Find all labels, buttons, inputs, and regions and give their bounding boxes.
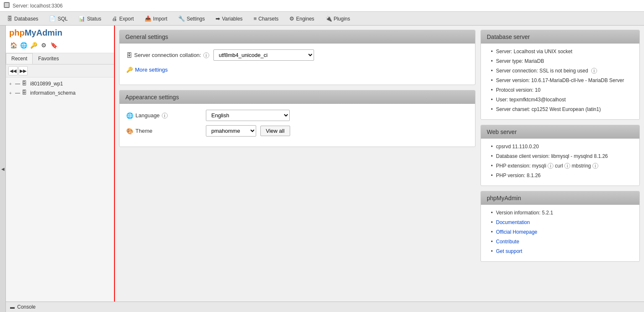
language-icon: 🌐 (126, 112, 133, 119)
general-settings-panel: General settings 🗄 Server connection col… (119, 30, 475, 85)
appearance-settings-panel: Appearance settings 🌐 Language i English (119, 90, 475, 147)
console-bar[interactable]: ▬ Console (6, 302, 644, 312)
server-icon (3, 2, 10, 10)
tab-databases[interactable]: 🗄 Databases (2, 12, 44, 25)
db-name: i8010899_wp1 (30, 81, 63, 87)
charsets-icon: ≡ (254, 15, 257, 22)
content-left: General settings 🗄 Server connection col… (119, 30, 475, 308)
tab-plugins[interactable]: 🔌 Plugins (320, 12, 356, 25)
get-support-link[interactable]: Get support (496, 248, 522, 254)
tab-settings[interactable]: 🔧 Settings (173, 12, 210, 25)
list-item: Server type: MariaDB (491, 57, 629, 65)
database-icon: 🗄 (22, 90, 29, 96)
web-server-body: cpsrvd 11.110.0.20 Database client versi… (481, 139, 639, 186)
sidebar-header: phpMyAdmin 🏠 🌐 🔑 ⚙ 🔖 (6, 26, 114, 53)
tab-sql[interactable]: 📄 SQL (44, 12, 73, 25)
sidebar-tab-favorites[interactable]: Favorites (33, 53, 64, 64)
list-item: Server connection: SSL is not being used… (491, 67, 629, 75)
documentation-link[interactable]: Documentation (496, 219, 530, 225)
globe-icon[interactable]: 🌐 (19, 41, 28, 49)
bookmark-icon[interactable]: 🔖 (49, 41, 58, 49)
collation-select[interactable]: utf8mb4_unicode_ci (213, 49, 314, 61)
mysqli-info-icon[interactable]: i (548, 163, 553, 169)
home-icon[interactable]: 🏠 (9, 41, 18, 49)
list-item: Protocol version: 10 (491, 86, 629, 94)
language-label: 🌐 Language i (126, 112, 202, 119)
logo-myadmin: MyAdmin (25, 28, 62, 37)
collation-info-icon[interactable]: i (203, 52, 209, 58)
phpmyadmin-info-list: Version information: 5.2.1 Documentation… (486, 209, 634, 255)
ssl-info-icon[interactable]: i (591, 68, 597, 74)
list-item[interactable]: + — 🗄 i8010899_wp1 (6, 79, 114, 88)
language-info-icon[interactable]: i (162, 113, 168, 119)
more-settings-row: 🔑 More settings (126, 65, 468, 75)
databases-icon: 🗄 (7, 15, 13, 22)
svg-rect-3 (5, 6, 9, 7)
svg-rect-2 (5, 5, 9, 5)
tab-charsets[interactable]: ≡ Charsets (248, 12, 284, 25)
logo-php: php (9, 28, 25, 37)
list-item[interactable]: + — 🗄 information_schema (6, 88, 114, 98)
sql-icon: 📄 (49, 15, 56, 22)
tab-import[interactable]: 📥 Import (139, 12, 173, 25)
database-server-body: Server: Localhost via UNIX socket Server… (481, 44, 639, 119)
list-item: Documentation (491, 219, 629, 226)
database-icon: 🗄 (22, 80, 29, 87)
variables-icon: ➡ (216, 15, 220, 22)
tab-variables[interactable]: ➡ Variables (210, 12, 248, 25)
content-right: Database server Server: Localhost via UN… (480, 30, 640, 308)
tab-status[interactable]: 📊 Status (73, 12, 106, 25)
theme-row: 🎨 Theme pmahomme View all (126, 125, 468, 137)
database-server-list: Server: Localhost via UNIX socket Server… (486, 48, 634, 113)
db-icon: — (15, 90, 20, 96)
sidebar: phpMyAdmin 🏠 🌐 🔑 ⚙ 🔖 Recent Favorites ◀◀… (6, 26, 115, 312)
database-server-header: Database server (481, 30, 639, 44)
db-name: information_schema (30, 90, 75, 96)
sidebar-toolbar: ◀◀ ▶▶ (6, 64, 114, 77)
tab-engines[interactable]: ⚙ Engines (284, 12, 319, 25)
server-title: Server: localhost:3306 (13, 3, 62, 9)
appearance-settings-header: Appearance settings (119, 90, 475, 104)
gear-icon[interactable]: ⚙ (39, 41, 48, 49)
expand-icon: + (9, 82, 13, 86)
content-area: General settings 🗄 Server connection col… (115, 26, 644, 312)
pma-logo: phpMyAdmin (9, 28, 111, 38)
expand-all-button[interactable]: ▶▶ (18, 66, 28, 75)
mbstring-info-icon[interactable]: i (592, 163, 598, 169)
official-homepage-link[interactable]: Official Homepage (496, 229, 538, 235)
sidebar-tabs: Recent Favorites (6, 53, 114, 64)
list-item: Server version: 10.6.17-MariaDB-cll-lve … (491, 77, 629, 84)
general-settings-header: General settings (119, 30, 475, 44)
list-item: cpsrvd 11.110.0.20 (491, 143, 629, 150)
list-item: PHP version: 8.1.26 (491, 172, 629, 179)
general-settings-body: 🗄 Server connection collation: i utf8mb4… (119, 44, 475, 85)
language-select[interactable]: English (206, 110, 290, 121)
db-icon: — (15, 81, 20, 87)
svg-rect-1 (5, 3, 9, 4)
view-all-button[interactable]: View all (260, 126, 290, 136)
database-server-panel: Database server Server: Localhost via UN… (480, 30, 640, 120)
phpmyadmin-info-body: Version information: 5.2.1 Documentation… (481, 205, 639, 261)
database-list: + — 🗄 i8010899_wp1 + — 🗄 information_sch… (6, 77, 114, 312)
collapse-all-button[interactable]: ◀◀ (8, 66, 18, 75)
lock-icon[interactable]: 🔑 (29, 41, 38, 49)
console-label: Console (17, 304, 36, 310)
more-settings-link[interactable]: 🔑 More settings (126, 65, 168, 75)
web-server-header: Web server (481, 125, 639, 139)
theme-label: 🎨 Theme (126, 128, 202, 134)
plugins-icon: 🔌 (325, 15, 332, 22)
collation-icon: 🗄 (126, 52, 132, 59)
contribute-link[interactable]: Contribute (496, 239, 519, 245)
tab-export[interactable]: 🖨 Export (106, 12, 139, 25)
engines-icon: ⚙ (289, 15, 294, 22)
topbar: Server: localhost:3306 (0, 0, 644, 12)
curl-info-icon[interactable]: i (564, 163, 570, 169)
status-icon: 📊 (78, 15, 85, 22)
collapse-sidebar-button[interactable]: ◀ (0, 26, 6, 312)
sidebar-tab-recent[interactable]: Recent (6, 53, 33, 64)
nav-tabs: 🗄 Databases 📄 SQL 📊 Status 🖨 Export 📥 Im… (0, 12, 644, 26)
list-item: Contribute (491, 238, 629, 245)
list-item: Database client version: libmysql - mysq… (491, 152, 629, 160)
collation-label: 🗄 Server connection collation: i (126, 52, 209, 59)
theme-select[interactable]: pmahomme (206, 125, 256, 137)
